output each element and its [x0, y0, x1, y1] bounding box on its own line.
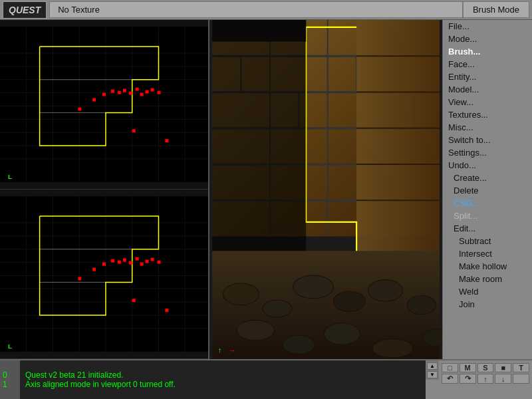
menu-file[interactable]: File...: [443, 20, 532, 33]
svg-rect-30: [78, 107, 81, 110]
svg-rect-63: [92, 268, 96, 271]
svg-rect-65: [132, 299, 136, 302]
menu-textures[interactable]: Textures...: [443, 108, 532, 121]
quest-logo: QUEST: [3, 1, 47, 19]
brush-mode-button[interactable]: Brush Mode: [463, 1, 529, 18]
scrollbar-area: ▲ ▼: [426, 360, 439, 380]
svg-rect-66: [165, 309, 168, 312]
scroll-down-button[interactable]: ▼: [427, 371, 438, 378]
menu-intersect[interactable]: Intersect: [443, 247, 532, 260]
icon-buttons: □ M S ■ T ↶ ↷ ↑ ↓: [439, 360, 532, 380]
status-messages: Quest v2 beta 21 initialized. Axis align…: [20, 360, 426, 399]
svg-rect-64: [78, 277, 81, 280]
down-icon-button[interactable]: ↓: [495, 374, 511, 384]
menu-entity[interactable]: Entity...: [443, 70, 532, 83]
status-msg-0: Quest v2 beta 21 initialized.: [25, 370, 420, 380]
menu-model[interactable]: Model...: [443, 83, 532, 96]
up-icon-button[interactable]: ↑: [477, 374, 494, 384]
svg-rect-26: [146, 90, 149, 94]
svg-text:↑: ↑: [218, 346, 222, 355]
status-bar: 0 1 Quest v2 beta 21 initialized. Axis a…: [0, 359, 532, 399]
svg-text:L: L: [8, 342, 12, 350]
undo-icon-button[interactable]: ↶: [442, 374, 458, 384]
svg-point-96: [283, 335, 315, 354]
svg-rect-29: [92, 98, 96, 102]
menu-csg[interactable]: CSG...: [443, 197, 532, 209]
menu-mode[interactable]: Mode...: [443, 33, 532, 45]
svg-point-93: [368, 280, 402, 302]
menu-weld[interactable]: Weld: [443, 285, 532, 298]
svg-rect-59: [140, 263, 144, 266]
svg-rect-60: [146, 260, 149, 263]
viewport-top[interactable]: L: [0, 20, 208, 190]
svg-rect-101: [212, 20, 306, 251]
svg-rect-31: [132, 129, 136, 132]
svg-text:→: →: [228, 346, 236, 355]
svg-point-95: [237, 320, 274, 340]
svg-rect-20: [111, 90, 114, 93]
menu-create[interactable]: Create...: [443, 172, 532, 184]
svg-rect-21: [118, 91, 121, 94]
svg-rect-27: [151, 88, 154, 92]
svg-point-92: [333, 291, 365, 311]
menu-join[interactable]: Join: [443, 298, 532, 311]
texture-icon-button[interactable]: T: [513, 363, 529, 372]
svg-rect-54: [111, 259, 114, 263]
svg-rect-102: [212, 20, 306, 42]
scroll-up-button[interactable]: ▲: [427, 362, 438, 370]
menu-delete[interactable]: Delete: [443, 184, 532, 197]
svg-point-91: [293, 275, 334, 299]
menu-edit[interactable]: Edit...: [443, 222, 532, 235]
menu-view[interactable]: View...: [443, 96, 532, 108]
viewport-bottom[interactable]: L: [0, 190, 208, 359]
svg-rect-62: [157, 261, 160, 264]
title-bar: QUEST No Texture Brush Mode: [0, 0, 532, 20]
right-menu: File... Mode... Brush... Face... Entity.…: [442, 20, 532, 359]
extra-icon-button[interactable]: [513, 374, 529, 384]
menu-misc[interactable]: Misc...: [443, 121, 532, 134]
redo-icon-button[interactable]: ↷: [460, 374, 476, 384]
svg-rect-19: [102, 93, 106, 96]
center-viewport[interactable]: ↑ →: [209, 20, 442, 359]
svg-rect-23: [129, 92, 132, 95]
svg-rect-32: [165, 139, 168, 142]
menu-undo[interactable]: Undo...: [443, 159, 532, 172]
svg-rect-22: [123, 89, 126, 92]
svg-rect-57: [129, 261, 132, 265]
svg-text:L: L: [8, 173, 12, 180]
status-msg-1: Axis aligned mode in viewport 0 turned o…: [25, 380, 420, 389]
svg-rect-24: [136, 88, 139, 91]
status-right: ▲ ▼ □ M S ■ T ↶ ↷ ↑ ↓: [426, 360, 532, 399]
menu-make-hollow[interactable]: Make hollow: [443, 260, 532, 273]
menu-brush[interactable]: Brush...: [443, 45, 532, 58]
svg-rect-25: [140, 93, 144, 96]
svg-rect-58: [136, 257, 139, 261]
select-icon-button[interactable]: □: [442, 363, 458, 372]
left-panel: L: [0, 20, 209, 359]
svg-rect-56: [123, 259, 126, 262]
svg-rect-55: [118, 261, 121, 264]
scale-icon-button[interactable]: S: [477, 363, 494, 372]
svg-rect-61: [151, 258, 154, 261]
svg-marker-82: [356, 20, 440, 273]
app: QUEST No Texture Brush Mode: [0, 0, 532, 399]
menu-split[interactable]: Split...: [443, 209, 532, 222]
svg-point-89: [223, 283, 259, 305]
menu-make-room[interactable]: Make room: [443, 273, 532, 285]
rotate-icon-button[interactable]: ■: [495, 363, 511, 372]
svg-rect-53: [102, 263, 106, 266]
move-icon-button[interactable]: M: [460, 363, 476, 372]
main-content: L: [0, 20, 532, 359]
menu-face[interactable]: Face...: [443, 58, 532, 70]
menu-switch-to[interactable]: Switch to...: [443, 134, 532, 146]
menu-subtract[interactable]: Subtract: [443, 235, 532, 247]
status-line-numbers: 0 1: [0, 360, 20, 399]
svg-point-98: [372, 339, 413, 358]
line-0: 0: [3, 370, 17, 380]
svg-point-94: [407, 296, 436, 315]
svg-point-90: [263, 300, 291, 317]
menu-settings[interactable]: Settings...: [443, 146, 532, 159]
line-1: 1: [3, 380, 17, 389]
svg-point-97: [324, 323, 360, 345]
svg-rect-28: [157, 91, 160, 94]
